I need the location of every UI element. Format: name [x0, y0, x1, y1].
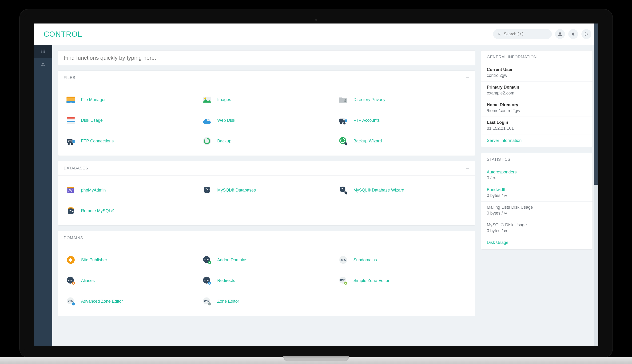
backup-wizard-icon — [337, 134, 350, 148]
app-zone-editor[interactable]: DNS Zone Editor — [198, 291, 335, 312]
top-search-input[interactable] — [504, 32, 547, 36]
logout-button[interactable] — [581, 29, 591, 39]
app-site-publisher[interactable]: Site Publisher — [62, 250, 198, 270]
file-manager-icon — [64, 93, 77, 106]
svg-rect-1 — [43, 50, 43, 50]
app-file-manager[interactable]: File Manager — [62, 89, 198, 110]
app-phpmyadmin[interactable]: phpMyAdmin — [62, 180, 198, 200]
app-backup-wizard[interactable]: Backup Wizard — [335, 131, 471, 151]
statistics-panel: STATISTICS Autoresponders 0 / ∞ Bandwidt… — [481, 153, 593, 250]
sidenav-item-apps[interactable] — [34, 45, 52, 58]
svg-rect-8 — [44, 52, 45, 53]
app-images-label: Images — [217, 97, 231, 102]
user-menu-button[interactable] — [555, 29, 565, 39]
app-simple-zone-label: Simple Zone Editor — [354, 278, 390, 283]
phpmyadmin-icon — [64, 184, 77, 197]
app-disk-usage[interactable]: Disk Usage — [62, 110, 198, 131]
app-subdomains[interactable]: sub. Subdomains — [335, 250, 471, 270]
svg-rect-18 — [67, 121, 75, 122]
images-icon — [200, 93, 214, 106]
app-zone-editor-label: Zone Editor — [217, 299, 239, 304]
panel-domains-title: DOMAINS — [64, 236, 83, 240]
collapse-domains[interactable]: − — [465, 235, 469, 241]
aliases-icon: .com — [64, 274, 77, 287]
app-simple-zone[interactable]: DNS Simple Zone Editor — [335, 270, 471, 291]
general-information-panel: GENERAL INFORMATION Current User control… — [481, 50, 593, 147]
app-advanced-zone-label: Advanced Zone Editor — [81, 299, 123, 304]
svg-point-27 — [344, 119, 344, 120]
app-ftp-accounts[interactable]: FTP Accounts — [335, 110, 471, 131]
brand-logo: CONTROL — [44, 30, 82, 38]
sidenav-item-users[interactable] — [34, 58, 52, 71]
laptop-frame: CONTROL — [20, 10, 612, 357]
svg-text:.com: .com — [204, 258, 209, 261]
zone-editor-icon: DNS — [200, 295, 214, 308]
svg-point-23 — [340, 122, 342, 124]
mysql-disk-label: MySQL® Disk Usage — [487, 222, 587, 228]
scrollbar-thumb[interactable] — [594, 24, 598, 185]
scrollbar-track[interactable] — [594, 24, 598, 346]
app-aliases[interactable]: .com Aliases — [62, 270, 198, 291]
main-content: FILES − File Manager — [52, 45, 598, 346]
simple-zone-icon: DNS — [337, 274, 350, 287]
app-ftp-connections[interactable]: FTP FTP Connections — [62, 131, 198, 151]
app-advanced-zone[interactable]: DNS Advanced Zone Editor — [62, 291, 198, 312]
statistics-title: STATISTICS — [481, 153, 592, 166]
app-backup-label: Backup — [217, 139, 231, 144]
svg-point-63 — [72, 302, 75, 306]
function-search[interactable] — [58, 50, 475, 65]
top-search[interactable] — [493, 29, 552, 39]
bandwidth-label[interactable]: Bandwidth — [487, 187, 587, 192]
svg-point-29 — [68, 143, 70, 145]
ftp-accounts-icon — [337, 114, 350, 127]
function-search-input[interactable] — [64, 54, 469, 61]
mailing-lists-value: 0 bytes / ∞ — [487, 211, 587, 216]
app-addon-domains[interactable]: .com Addon Domains — [198, 250, 335, 270]
svg-point-24 — [343, 122, 345, 124]
app-backup-wizard-label: Backup Wizard — [354, 139, 382, 144]
current-user-label: Current User — [487, 67, 587, 72]
disk-usage-icon — [64, 114, 77, 127]
app-web-disk-label: Web Disk — [217, 118, 235, 123]
app-body: FILES − File Manager — [34, 45, 598, 346]
server-information-link[interactable]: Server Information — [481, 134, 592, 147]
app-mysql-wizard[interactable]: MySQL® Database Wizard — [335, 180, 471, 200]
laptop-base — [0, 357, 632, 364]
app-redirects[interactable]: .com Redirects — [198, 270, 335, 291]
svg-rect-31 — [73, 140, 75, 143]
app-backup[interactable]: Backup — [198, 131, 335, 151]
app-directory-privacy-label: Directory Privacy — [354, 97, 386, 102]
current-user-value: control2gw — [487, 73, 587, 78]
app-subdomains-label: Subdomains — [354, 258, 377, 262]
app-directory-privacy[interactable]: Directory Privacy — [335, 89, 471, 110]
app-mysql[interactable]: MySQL® Databases — [198, 180, 335, 200]
svg-rect-7 — [43, 52, 43, 53]
svg-rect-17 — [67, 119, 75, 120]
camera-dot — [315, 19, 317, 21]
subdomains-icon: sub. — [337, 253, 350, 266]
home-directory-value: /home/control2gw — [487, 108, 587, 113]
sidenav — [34, 45, 52, 346]
svg-rect-3 — [41, 51, 42, 52]
app-site-publisher-label: Site Publisher — [81, 258, 107, 262]
backup-icon — [200, 134, 214, 148]
app-ftp-connections-label: FTP Connections — [81, 139, 114, 144]
bandwidth-value: 0 bytes / ∞ — [487, 193, 587, 198]
app-remote-mysql[interactable]: Remote MySQL® — [62, 200, 198, 221]
app-images[interactable]: Images — [198, 89, 335, 110]
addon-domains-icon: .com — [200, 253, 214, 266]
primary-domain-label: Primary Domain — [487, 85, 587, 90]
collapse-databases[interactable]: − — [465, 165, 469, 172]
panel-databases-title: DATABASES — [64, 166, 88, 170]
disk-usage-link[interactable]: Disk Usage — [487, 240, 587, 245]
autoresponders-label[interactable]: Autoresponders — [487, 170, 587, 174]
notifications-button[interactable] — [568, 29, 578, 39]
bezel: CONTROL — [24, 14, 608, 353]
app-remote-mysql-label: Remote MySQL® — [81, 208, 114, 213]
primary-domain-value: example2.com — [487, 91, 587, 96]
last-login-value: 81.152.21.161 — [487, 126, 587, 131]
collapse-files[interactable]: − — [465, 74, 469, 81]
app-web-disk[interactable]: Web Disk — [198, 110, 335, 131]
directory-privacy-icon — [337, 93, 350, 106]
laptop-notch — [283, 356, 349, 362]
